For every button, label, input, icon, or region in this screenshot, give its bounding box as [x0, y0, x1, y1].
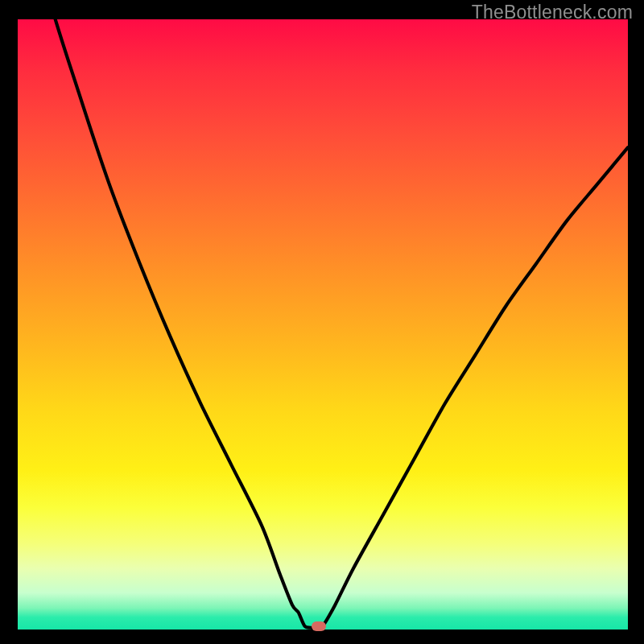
plot-area — [18, 19, 628, 630]
bottleneck-curve — [18, 0, 628, 628]
chart-frame: TheBottleneck.com — [0, 0, 644, 644]
optimum-marker — [312, 621, 326, 631]
watermark-text: TheBottleneck.com — [472, 2, 633, 23]
curve-svg — [18, 19, 628, 630]
